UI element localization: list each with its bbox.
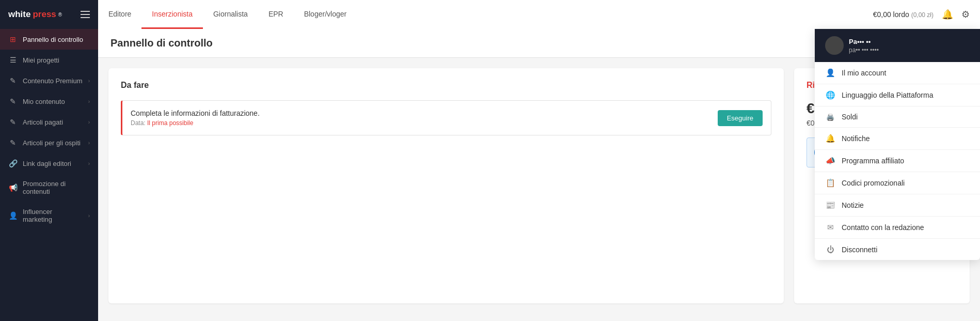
contatto-icon: ✉	[825, 223, 835, 232]
promo-icon: 📢	[8, 184, 18, 192]
balance-display: €0,00 lordo (0,00 zł)	[873, 10, 934, 19]
dropdown-username: Pa••• ••	[849, 38, 879, 45]
sidebar-label: Contenuto Premium	[23, 77, 83, 85]
nav-right: €0,00 lordo (0,00 zł) 🔔 ⚙	[873, 9, 980, 20]
dropdown-label-codici: Codici promozionali	[842, 179, 970, 187]
notizie-icon: 📰	[825, 201, 835, 210]
sidebar-label: Influencer marketing	[23, 208, 83, 223]
dropdown-label-affiliato: Programma affiliato	[842, 157, 970, 165]
dropdown-item-notifiche[interactable]: 🔔 Notifiche	[815, 128, 980, 150]
left-panel: Da fare Completa le informazioni di fatt…	[108, 68, 784, 303]
soldi-icon: 🖨️	[825, 113, 835, 121]
nav-tabs: Editore Inserzionista Giornalista EPR Bl…	[98, 0, 357, 29]
dropdown-header: Pa••• •• pa•• ••• ••••	[815, 29, 980, 62]
dropdown-item-contatto[interactable]: ✉ Contatto con la redazione	[815, 217, 980, 239]
notifiche-icon: 🔔	[825, 134, 835, 143]
user-dropdown: Pa••• •• pa•• ••• •••• 👤 Il mio account …	[815, 29, 980, 260]
chevron-right3-icon: ›	[88, 119, 90, 125]
execute-button[interactable]: Eseguire	[718, 110, 763, 126]
edit2-icon: ✎	[8, 97, 18, 105]
chevron-right5-icon: ›	[88, 161, 90, 166]
tab-inserzionista[interactable]: Inserzionista	[141, 0, 203, 29]
guest-icon: ✎	[8, 139, 18, 147]
task-card: Completa le informazioni di fatturazione…	[121, 100, 771, 135]
tab-giornalista[interactable]: Giornalista	[203, 0, 258, 29]
chevron-right2-icon: ›	[88, 99, 90, 104]
dropdown-item-disconnetti[interactable]: ⏻ Disconnetti	[815, 239, 980, 260]
task-description: Completa le informazioni di fatturazione…	[131, 109, 260, 117]
logo-trademark: ®	[58, 12, 62, 18]
task-info: Completa le informazioni di fatturazione…	[131, 109, 260, 127]
edit-icon: ✎	[8, 77, 18, 85]
task-date-link[interactable]: Il prima possibile	[147, 119, 193, 127]
sidebar-item-pannello[interactable]: ⊞ Pannello di controllo	[0, 29, 98, 50]
dropdown-item-affiliato[interactable]: 📣 Programma affiliato	[815, 150, 980, 172]
sidebar-item-mio-contenuto[interactable]: ✎ Mio contenuto ›	[0, 91, 98, 112]
sidebar-label: Link dagli editori	[23, 160, 83, 167]
sidebar-item-premium[interactable]: ✎ Contenuto Premium ›	[0, 70, 98, 91]
chevron-right-icon: ›	[88, 78, 90, 84]
dropdown-label-lingua: Linguaggio della Piattaforma	[842, 91, 970, 99]
sidebar: ⊞ Pannello di controllo ☰ Miei progetti …	[0, 29, 98, 321]
left-panel-title: Da fare	[121, 81, 771, 90]
sidebar-item-promozione[interactable]: 📢 Promozione di contenuti	[0, 174, 98, 202]
logo-red: press	[33, 9, 56, 20]
avatar	[825, 36, 844, 55]
dropdown-item-codici[interactable]: 📋 Codici promozionali	[815, 172, 980, 194]
codici-icon: 📋	[825, 178, 835, 188]
gear-icon[interactable]: ⚙	[961, 9, 970, 20]
sidebar-label: Pannello di controllo	[23, 36, 90, 43]
article-icon: ✎	[8, 118, 18, 126]
hamburger-icon[interactable]	[81, 11, 90, 18]
sidebar-item-progetti[interactable]: ☰ Miei progetti	[0, 50, 98, 70]
dropdown-label-contatto: Contatto con la redazione	[842, 223, 970, 232]
tab-bloger[interactable]: Bloger/vloger	[294, 0, 357, 29]
sidebar-item-articoli-pagati[interactable]: ✎ Articoli pagati ›	[0, 112, 98, 132]
sidebar-label: Promozione di contenuti	[23, 180, 90, 195]
sidebar-item-link-editori[interactable]: 🔗 Link dagli editori ›	[0, 153, 98, 174]
lingua-icon: 🌐	[825, 90, 835, 100]
disconnetti-icon: ⏻	[825, 245, 835, 254]
dropdown-label-disconnetti: Disconnetti	[842, 246, 970, 254]
influencer-icon: 👤	[8, 211, 18, 220]
dropdown-item-account[interactable]: 👤 Il mio account	[815, 62, 980, 84]
page-title: Pannello di controllo	[110, 37, 213, 49]
dropdown-item-soldi[interactable]: 🖨️ Soldi	[815, 106, 980, 128]
sidebar-label: Mio contenuto	[23, 98, 83, 105]
link-icon: 🔗	[8, 159, 18, 167]
account-icon: 👤	[825, 68, 835, 78]
dropdown-label-soldi: Soldi	[842, 113, 970, 121]
chevron-right6-icon: ›	[88, 213, 90, 219]
dropdown-item-lingua[interactable]: 🌐 Linguaggio della Piattaforma	[815, 84, 980, 106]
dropdown-item-notizie[interactable]: 📰 Notizie	[815, 194, 980, 217]
dropdown-label-account: Il mio account	[842, 69, 970, 77]
chevron-right4-icon: ›	[88, 140, 90, 146]
sidebar-label: Miei progetti	[23, 56, 90, 64]
sidebar-label: Articoli per gli ospiti	[23, 139, 83, 147]
balance-sub: (0,00 zł)	[911, 11, 934, 19]
sidebar-item-influencer[interactable]: 👤 Influencer marketing ›	[0, 202, 98, 230]
logo-white: white	[8, 9, 30, 20]
list-icon: ☰	[8, 56, 18, 64]
home-icon: ⊞	[8, 35, 18, 43]
sidebar-item-articoli-ospiti[interactable]: ✎ Articoli per gli ospiti ›	[0, 132, 98, 153]
dropdown-label-notifiche: Notifiche	[842, 134, 970, 143]
tab-epr[interactable]: EPR	[258, 0, 294, 29]
affiliato-icon: 📣	[825, 156, 835, 165]
tab-editore[interactable]: Editore	[98, 0, 141, 29]
logo-area: whitepress®	[0, 0, 98, 29]
sidebar-label: Articoli pagati	[23, 118, 83, 126]
bell-icon[interactable]: 🔔	[942, 9, 953, 20]
task-date: Data: Il prima possibile	[131, 119, 260, 127]
dropdown-label-notizie: Notizie	[842, 201, 970, 209]
dropdown-email: pa•• ••• ••••	[849, 47, 879, 54]
